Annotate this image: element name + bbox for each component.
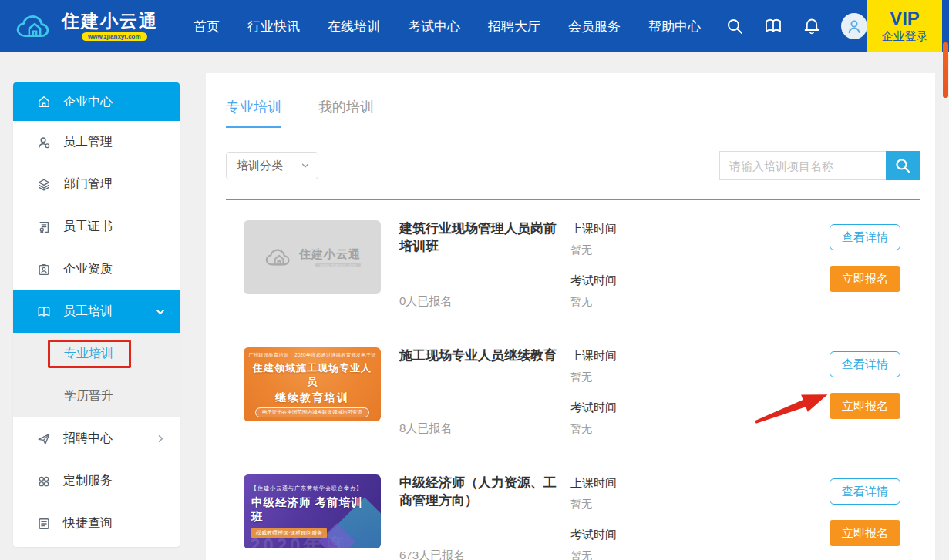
bell-icon[interactable] <box>803 17 821 35</box>
layers-icon <box>36 177 52 193</box>
sidebar-subitem-label: 专业培训 <box>64 346 113 362</box>
chevron-down-icon <box>155 307 166 317</box>
sidebar-item-label: 部门管理 <box>63 176 113 193</box>
enrolled-count: 8人已报名 <box>399 421 563 436</box>
page: { "colors": { "navbar_blue": "#1355b2", … <box>0 0 949 560</box>
nav-item-member-services[interactable]: 会员服务 <box>568 18 621 35</box>
sidebar-item-label: 员工证书 <box>63 219 113 235</box>
search-input[interactable] <box>719 151 886 180</box>
course-title[interactable]: 施工现场专业人员继续教育 <box>399 347 563 365</box>
sidebar-item-label: 招聘中心 <box>63 431 113 447</box>
sidebar-item-label: 企业资质 <box>63 261 113 277</box>
enroll-now-button[interactable]: 立即报名 <box>830 266 900 292</box>
sidebar-item-custom-services[interactable]: 定制服务 <box>13 460 180 502</box>
class-time-value: 暂无 <box>570 243 617 257</box>
exam-time-value: 暂无 <box>570 422 617 436</box>
tab-bar: 专业培训 我的培训 <box>226 73 920 128</box>
select-value: 培训分类 <box>237 159 283 173</box>
cloud-house-logo-icon <box>14 10 56 42</box>
class-time-label: 上课时间 <box>570 476 617 491</box>
nav-item-industry-news[interactable]: 行业快讯 <box>247 18 300 35</box>
placeholder-logo: 住建小云通 www.zjianxyt.com <box>264 246 361 269</box>
avatar[interactable] <box>841 13 867 39</box>
course-thumbnail[interactable]: 【住建小云通与广东劳动学会联合举办】 中级经济师 考前培训班 权威教师授课·课程… <box>244 474 381 548</box>
sidebar-item-label: 企业中心 <box>63 94 113 110</box>
filter-row: 培训分类 <box>226 151 920 180</box>
sidebar-item-employee-management[interactable]: 员工管理 <box>13 121 180 163</box>
tab-professional-training[interactable]: 专业培训 <box>226 98 281 128</box>
placeholder-logo-badge: www.zjianxyt.com <box>315 263 361 267</box>
book-icon <box>36 304 52 320</box>
class-time-label: 上课时间 <box>570 349 617 364</box>
course-thumbnail[interactable]: 广州建设教育培训 2020年度起通过继续教育颁发电子证 住建领域施工现场专业人员… <box>244 347 381 421</box>
sidebar-subitem-education-advancement[interactable]: 学历晋升 <box>13 375 180 417</box>
enroll-now-button[interactable]: 立即报名 <box>830 520 900 546</box>
brand-url-badge: www.zjianxyt.com <box>82 32 147 41</box>
nav-item-home[interactable]: 首页 <box>194 18 220 35</box>
page-scrollbar-track[interactable] <box>942 52 949 560</box>
nav-item-help-center[interactable]: 帮助中心 <box>648 18 701 35</box>
enterprise-login-label: 企业登录 <box>882 29 928 44</box>
nav-item-online-training[interactable]: 在线培训 <box>328 18 380 35</box>
course-title[interactable]: 中级经济师（人力资源、工商管理方向） <box>399 474 563 510</box>
training-category-select[interactable]: 培训分类 <box>226 152 318 179</box>
sidebar-item-recruitment-center[interactable]: 招聘中心 <box>13 417 180 460</box>
banner-badge: 权威教师授课·课程顾问服务 <box>251 528 327 538</box>
exam-time-label: 考试时间 <box>570 401 617 415</box>
chevron-right-icon <box>156 434 166 444</box>
certificate-icon <box>36 220 52 235</box>
vip-label: VIP <box>890 8 920 29</box>
banner-badge: 电子证书在全国范围内城乡建设领域均可查询 <box>255 407 369 417</box>
book-icon[interactable] <box>764 17 782 35</box>
search-group <box>719 151 920 180</box>
view-details-button[interactable]: 查看详情 <box>830 224 900 250</box>
sidebar-item-quick-query[interactable]: 快捷查询 <box>13 502 180 545</box>
view-details-button[interactable]: 查看详情 <box>830 351 900 377</box>
banner-title: 中级经济师 考前培训班 <box>251 495 373 525</box>
sidebar-item-label: 员工管理 <box>63 134 113 150</box>
chevron-down-icon <box>301 161 310 170</box>
course-row: 住建小云通 www.zjianxyt.com 建筑行业现场管理人员岗前培训班 0… <box>226 200 920 327</box>
nav-item-job-hall[interactable]: 招聘大厅 <box>488 18 540 35</box>
enrolled-count: 0人已报名 <box>399 294 563 309</box>
sidebar-item-employee-training[interactable]: 员工培训 <box>13 290 180 333</box>
badge-icon <box>36 262 52 277</box>
vip-enterprise-login-button[interactable]: VIP 企业登录 <box>867 0 942 52</box>
search-icon <box>894 157 911 174</box>
enroll-now-button[interactable]: 立即报名 <box>830 393 900 419</box>
exam-time-value: 暂无 <box>570 295 617 309</box>
exam-time-label: 考试时间 <box>570 273 617 288</box>
top-navbar: 住建小云通 www.zjianxyt.com 首页 行业快讯 在线培训 考试中心… <box>0 0 949 52</box>
nav-icons <box>725 13 867 39</box>
grid-icon <box>36 474 52 489</box>
class-time-value: 暂无 <box>570 371 617 384</box>
sidebar: 企业中心 员工管理 部门管理 员工证书 企业资质 员工培训 专业培训 <box>13 82 180 547</box>
sidebar-item-enterprise-center[interactable]: 企业中心 <box>13 82 180 121</box>
tab-my-training[interactable]: 我的培训 <box>318 98 374 128</box>
banner-title-line1: 住建领域施工现场专业人员 <box>248 361 376 389</box>
banner-top-text: 广州建设教育培训 2020年度起通过继续教育颁发电子证 <box>248 352 375 359</box>
banner-top-text: 【住建小云通与广东劳动学会联合举办】 <box>251 485 362 492</box>
view-details-button[interactable]: 查看详情 <box>830 478 900 505</box>
brand-name: 住建小云通 <box>62 12 158 31</box>
brand-logo[interactable]: 住建小云通 www.zjianxyt.com <box>14 10 158 42</box>
banner-title-line2: 继续教育培训 <box>275 391 349 405</box>
home-icon <box>36 94 52 109</box>
course-thumbnail[interactable]: 住建小云通 www.zjianxyt.com <box>244 220 381 294</box>
nav-menu: 首页 行业快讯 在线培训 考试中心 招聘大厅 会员服务 帮助中心 <box>194 18 701 35</box>
user-icon <box>36 135 52 150</box>
search-icon[interactable] <box>725 17 744 35</box>
main-content: 专业培训 我的培训 培训分类 <box>206 73 935 560</box>
search-button[interactable] <box>886 151 920 180</box>
class-time-value: 暂无 <box>570 498 617 511</box>
sidebar-item-enterprise-qualifications[interactable]: 企业资质 <box>13 248 180 290</box>
sidebar-item-employee-certificates[interactable]: 员工证书 <box>13 206 180 248</box>
exam-time-value: 暂无 <box>570 549 617 560</box>
page-scrollbar-thumb[interactable] <box>943 42 948 98</box>
sidebar-item-department-management[interactable]: 部门管理 <box>13 163 180 206</box>
placeholder-logo-text: 住建小云通 <box>299 247 361 262</box>
nav-item-exam-center[interactable]: 考试中心 <box>408 18 460 35</box>
sidebar-item-label: 定制服务 <box>63 473 113 489</box>
sidebar-subitem-professional-training[interactable]: 专业培训 <box>13 333 180 375</box>
course-title[interactable]: 建筑行业现场管理人员岗前培训班 <box>399 220 563 256</box>
